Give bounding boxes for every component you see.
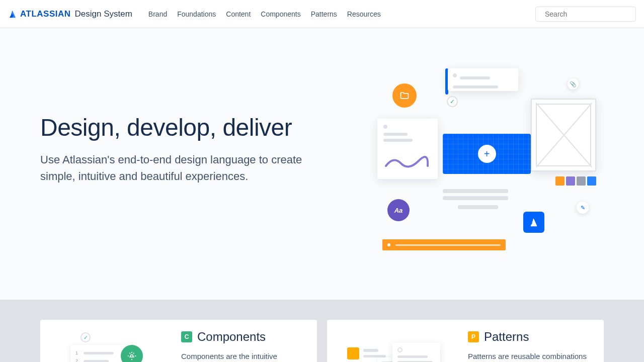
patterns-illustration <box>342 330 453 362</box>
check-icon: ✓ <box>80 332 91 342</box>
header: ATLASSIAN Design System Brand Foundation… <box>0 0 644 28</box>
plus-icon: + <box>478 145 496 163</box>
patterns-tag: P <box>468 331 479 342</box>
hero-illustration: ✓ 📎 + Aa ✎ <box>362 68 604 259</box>
main-nav: Brand Foundations Content Components Pat… <box>148 7 381 21</box>
hero-text: Design, develop, deliver Use Atlassian's… <box>40 68 362 259</box>
nav-brand[interactable]: Brand <box>148 7 167 21</box>
components-card[interactable]: 1 2 3 4 ✓ + CComponents Components are t… <box>40 320 317 362</box>
svg-point-0 <box>131 355 133 357</box>
patterns-title: Patterns <box>484 330 529 343</box>
typography-icon: Aa <box>387 199 410 221</box>
attachment-icon: 📎 <box>568 78 579 89</box>
brand-sub: Design System <box>75 9 132 19</box>
components-tag: C <box>181 331 192 342</box>
cards-section: 1 2 3 4 ✓ + CComponents Components are t… <box>0 300 644 362</box>
components-title: Components <box>197 330 266 343</box>
components-illustration: 1 2 3 4 ✓ + <box>55 330 166 362</box>
atlassian-badge-icon <box>523 212 544 233</box>
nav-components[interactable]: Components <box>261 7 300 21</box>
components-desc: Components are the intuitive building bl… <box>181 351 302 362</box>
color-swatches <box>555 176 596 186</box>
search-input[interactable] <box>545 10 633 18</box>
nav-resources[interactable]: Resources <box>347 7 381 21</box>
patterns-card[interactable]: PPatterns Patterns are reusable combinat… <box>327 320 604 362</box>
brand-name: ATLASSIAN <box>20 9 71 19</box>
hero-title: Design, develop, deliver <box>40 114 362 141</box>
nav-content[interactable]: Content <box>226 7 251 21</box>
check-icon: ✓ <box>447 96 458 107</box>
nav-foundations[interactable]: Foundations <box>177 7 216 21</box>
edit-icon: ✎ <box>577 202 589 214</box>
search-box[interactable] <box>535 7 636 22</box>
gear-icon <box>121 345 143 362</box>
logo[interactable]: ATLASSIAN Design System <box>8 9 132 19</box>
nav-patterns[interactable]: Patterns <box>311 7 337 21</box>
hero: Design, develop, deliver Use Atlassian's… <box>0 28 644 300</box>
folder-icon <box>392 83 417 108</box>
patterns-desc: Patterns are reusable combinations of ou… <box>468 351 589 362</box>
atlassian-logo-icon <box>8 10 17 19</box>
hero-subtitle: Use Atlassian's end-to-end design langua… <box>40 151 312 185</box>
